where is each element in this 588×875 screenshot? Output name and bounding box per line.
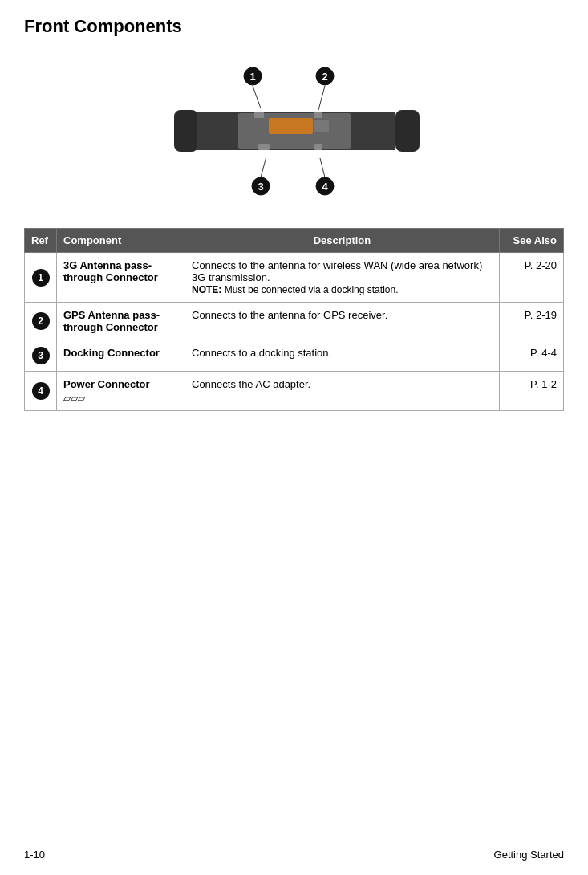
table-row: 3 Docking Connector Connects to a dockin… <box>25 340 564 372</box>
svg-rect-21 <box>314 144 322 150</box>
svg-text:1: 1 <box>249 71 255 83</box>
svg-rect-20 <box>258 144 270 150</box>
table-header-see-also: See Also <box>500 229 564 253</box>
note-label-1: NOTE: <box>192 284 221 295</box>
footer-page-number: 1-10 <box>24 849 45 861</box>
table-row: 2 GPS Antenna pass-through Connector Con… <box>25 303 564 340</box>
svg-line-8 <box>253 86 261 108</box>
svg-line-10 <box>261 157 266 177</box>
svg-line-11 <box>320 158 325 177</box>
table-row: 4 Power Connector ⏥⏥⏥ Connects the AC ad… <box>25 372 564 411</box>
ref-badge-1: 1 <box>32 269 50 287</box>
component-name-4: Power Connector <box>63 378 150 390</box>
note-text-1: Must be connected via a docking station. <box>221 284 398 295</box>
ref-cell-3: 3 <box>25 340 57 372</box>
components-table: Ref Component Description See Also 1 3G … <box>24 228 564 411</box>
ref-badge-2: 2 <box>32 312 50 330</box>
see-also-cell-1: P. 2-20 <box>500 253 564 303</box>
description-main-1: Connects to the antenna for wireless WAN… <box>192 259 482 283</box>
ref-cell-4: 4 <box>25 372 57 411</box>
description-cell-3: Connects to a docking station. <box>185 340 500 372</box>
see-also-cell-4: P. 1-2 <box>500 372 564 411</box>
svg-text:3: 3 <box>258 181 263 193</box>
page-footer: 1-10 Getting Started <box>24 844 564 861</box>
description-cell-4: Connects the AC adapter. <box>185 372 500 411</box>
power-symbol: ⏥⏥⏥ <box>63 393 85 404</box>
component-name-3: Docking Connector <box>63 347 160 359</box>
description-main-2: Connects to the antenna for GPS receiver… <box>192 309 387 321</box>
svg-rect-19 <box>314 112 322 118</box>
svg-rect-18 <box>254 112 264 118</box>
component-cell-4: Power Connector ⏥⏥⏥ <box>57 372 185 411</box>
ref-cell-2: 2 <box>25 303 57 340</box>
svg-line-9 <box>318 86 325 110</box>
description-main-4: Connects the AC adapter. <box>192 378 310 390</box>
table-row: 1 3G Antenna pass-through Connector Conn… <box>25 253 564 303</box>
component-name-1: 3G Antenna pass-through Connector <box>63 259 158 283</box>
ref-badge-4: 4 <box>32 382 50 400</box>
svg-text:2: 2 <box>322 71 327 83</box>
component-cell-2: GPS Antenna pass-through Connector <box>57 303 185 340</box>
svg-rect-17 <box>395 110 420 152</box>
ref-badge-3: 3 <box>32 347 50 364</box>
description-cell-1: Connects to the antenna for wireless WAN… <box>185 253 500 303</box>
svg-text:4: 4 <box>322 181 328 193</box>
description-main-3: Connects to a docking station. <box>192 347 331 359</box>
component-name-2: GPS Antenna pass-through Connector <box>63 309 160 333</box>
description-cell-2: Connects to the antenna for GPS receiver… <box>185 303 500 340</box>
table-header-ref: Ref <box>25 229 57 253</box>
ref-cell-1: 1 <box>25 253 57 303</box>
svg-rect-16 <box>314 120 329 132</box>
page-title: Front Components <box>24 16 564 37</box>
footer-section-title: Getting Started <box>494 849 564 861</box>
component-cell-1: 3G Antenna pass-through Connector <box>57 253 185 303</box>
table-header-component: Component <box>57 229 185 253</box>
see-also-cell-3: P. 4-4 <box>500 340 564 372</box>
svg-rect-12 <box>174 110 198 152</box>
table-header-description: Description <box>185 229 500 253</box>
component-cell-3: Docking Connector <box>57 340 185 372</box>
see-also-cell-2: P. 2-19 <box>500 303 564 340</box>
device-illustration: 1 2 3 4 <box>24 51 564 212</box>
svg-rect-15 <box>269 118 313 134</box>
